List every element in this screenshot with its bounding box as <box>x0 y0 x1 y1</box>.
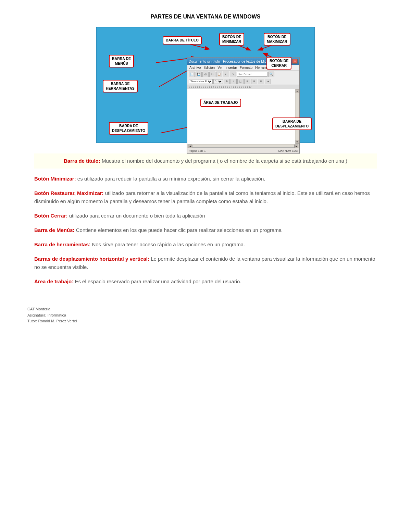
desc-text-boton-cerrar: utilizado para cerrar un documento o bie… <box>69 213 205 219</box>
desc-label-barra-herramientas: Barra de herramientas: <box>34 242 90 247</box>
desc-text-boton-minimizar: es utilizado para reducir la pantalla a … <box>77 176 265 182</box>
win-close-btn[interactable]: ✕ <box>292 59 298 64</box>
menu-ver[interactable]: Ver <box>217 66 223 70</box>
scroll-right-btn[interactable]: ▶ <box>294 145 298 148</box>
label-boton-maximizar: BOTÓN DEMAXIMIZAR <box>264 33 290 46</box>
desc-label-area-trabajo: Área de trabajo: <box>34 279 73 284</box>
desc-label-boton-maximizar: Botón Restaurar, Maximizar: <box>34 190 104 196</box>
footer-line2: Asignatura: Informática <box>27 312 384 319</box>
label-boton-minimizar: BOTÓN DEMINIMIZAR <box>219 33 244 46</box>
tb-btn-7[interactable]: ↪ <box>230 72 236 77</box>
footer-line3: Tutor: Ronald M. Pérez Vertel <box>27 318 384 324</box>
desc-boton-minimizar: Botón Minimizar: es utilizado para reduc… <box>34 175 377 183</box>
menu-insertar[interactable]: Insertar <box>225 66 237 70</box>
win-ruler: 2·1·1·1·1·1·2·1·1·3·1·1·4·1·1·5·1·1·6·1·… <box>187 85 299 89</box>
tb-btn-1[interactable]: 📄 <box>189 72 195 77</box>
win-statusbar: Página 1 de 1 MAY NUM SOB <box>187 148 299 153</box>
descriptions-section: Barra de título: Muestra el nombre del d… <box>27 153 384 286</box>
desc-text-barra-titulo: Muestra el nombre del documento y del pr… <box>102 158 347 164</box>
label-barra-titulo: BARRA DE TÍTULO <box>163 36 202 45</box>
desc-text-area-trabajo: Es el espacio reservado para realizar un… <box>75 279 241 284</box>
footer-line1: CAT Monteria <box>27 306 384 312</box>
font-size-select[interactable]: 10 <box>213 79 223 84</box>
desc-text-barra-menus: Contiene elementos en los que puede hace… <box>76 227 282 233</box>
desc-label-boton-minimizar: Botón Minimizar: <box>34 176 76 182</box>
scroll-left-btn[interactable]: ◀ <box>188 145 192 148</box>
win-toolbar1: 📄 💾 🖨 ✂ 📋 ↩ ↪ 🔍 <box>187 71 299 78</box>
desc-boton-maximizar: Botón Restaurar, Maximizar: utilizado pa… <box>34 189 377 206</box>
scroll-track-bottom <box>192 145 294 148</box>
label-area-trabajo: ÁREA DE TRABAJO <box>200 99 241 107</box>
desc-label-barra-titulo: Barra de título: <box>64 158 100 164</box>
desc-boton-cerrar: Botón Cerrar: utilizado para cerrar un d… <box>34 212 377 220</box>
status-keys: MAY NUM SOB <box>278 149 298 152</box>
desc-label-barra-menus: Barra de Menús: <box>34 227 75 233</box>
win-scrollbar-vertical[interactable]: ▲ ▼ <box>295 89 299 144</box>
desc-label-barras-desp: Barras de desplazamiento horizontal y ve… <box>34 256 149 262</box>
scroll-track-right <box>296 93 299 140</box>
tb-btn-3[interactable]: 🖨 <box>202 72 209 77</box>
desc-barras-desp: Barras de desplazamiento horizontal y ve… <box>34 255 377 271</box>
page-title: PARTES DE UNA VENTANA DE WINDOWS <box>27 14 384 20</box>
tb-btn-6[interactable]: ↩ <box>223 72 229 77</box>
tb-btn-4[interactable]: ✂ <box>209 72 215 77</box>
tb-italic[interactable]: I <box>231 79 237 84</box>
menu-formato[interactable]: Formato <box>240 66 252 70</box>
menu-edicion[interactable]: Edición <box>203 66 215 70</box>
desc-barra-menus: Barra de Menús: Contiene elementos en lo… <box>34 226 377 234</box>
menu-archivo[interactable]: Archivo <box>189 66 201 70</box>
tb-align-right[interactable]: ≡ <box>258 79 264 84</box>
desc-barra-titulo: Barra de título: Muestra el nombre del d… <box>34 153 377 169</box>
win-title-text: Documento sin título - Procesador de tex… <box>189 60 278 63</box>
win-scrollbar-horizontal[interactable]: ◀ ▶ <box>187 144 299 148</box>
search-input[interactable] <box>237 72 267 77</box>
tb-align-center[interactable]: ≡ <box>251 79 257 84</box>
label-barra-herramientas: BARRA DEHERRAMIENTAS <box>103 80 138 92</box>
label-barra-menus: BARRA DEMENÚS <box>109 55 134 67</box>
status-page: Página 1 de 1 <box>189 149 206 152</box>
win-work-area <box>187 89 295 144</box>
desc-label-boton-cerrar: Botón Cerrar: <box>34 213 68 219</box>
tb-bold[interactable]: B <box>224 79 230 84</box>
tb-align-left[interactable]: ≡ <box>244 79 250 84</box>
desc-text-barra-herramientas: Nos sirve para tener acceso rápido a las… <box>92 242 245 247</box>
tb-btn-2[interactable]: 💾 <box>196 72 202 77</box>
font-select[interactable]: Times New Roman <box>189 79 213 84</box>
desc-barra-herramientas: Barra de herramientas: Nos sirve para te… <box>34 240 377 249</box>
tb-btn-5[interactable]: 📋 <box>216 72 222 77</box>
scroll-up-btn[interactable]: ▲ <box>296 89 299 93</box>
label-barra-desp-izq: BARRA DEDESPLAZAMIENTO <box>109 122 148 135</box>
footer: CAT Monteria Asignatura: Informática Tut… <box>27 306 384 324</box>
win-toolbar2: Times New Roman 10 B I U ≡ ≡ ≡ ⇥ <box>187 78 299 85</box>
diagram-wrapper: BARRA DE TÍTULO BOTÓN DEMINIMIZAR BOTÓN … <box>96 27 315 143</box>
desc-area-trabajo: Área de trabajo: Es el espacio reservado… <box>34 277 377 286</box>
tb-indent[interactable]: ⇥ <box>265 79 271 84</box>
tb-search-go[interactable]: 🔍 <box>268 72 274 77</box>
scroll-down-btn[interactable]: ▼ <box>296 140 299 144</box>
tb-underline[interactable]: U <box>237 79 244 84</box>
label-boton-cerrar: BOTÓN DECERRAR <box>266 57 291 70</box>
win-body: ▲ ▼ <box>187 89 299 144</box>
label-barra-desp-der: BARRA DEDESPLAZAMIENTO <box>272 117 312 130</box>
